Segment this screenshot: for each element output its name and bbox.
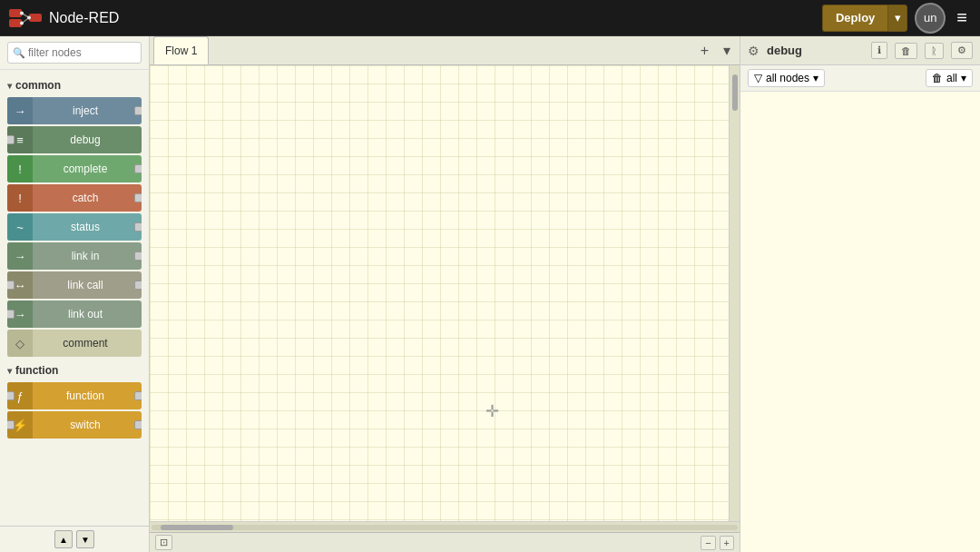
node-link-in[interactable]: → link in [7,242,142,270]
node-function-port-left [7,391,15,400]
node-debug[interactable]: ≡ debug [7,126,142,153]
category-common[interactable]: ▾ common [0,74,149,95]
canvas-footer-left: ⊡ [155,535,172,550]
tab-menu-button[interactable]: ▾ [718,40,736,61]
app-title: Node-RED [49,10,119,26]
node-catch-icon: ! [7,184,33,212]
zoom-in-button[interactable]: + [720,536,734,550]
node-status-icon: ~ [7,213,33,241]
node-function[interactable]: ƒ function [7,382,142,409]
chevron-down-icon: ▾ [7,81,12,91]
deploy-button[interactable]: Deploy [822,5,887,32]
panel-right-header: ⚙ debug ℹ 🗑 ᚱ ⚙ [740,36,980,65]
node-function-port-right [134,391,142,400]
deploy-dropdown-button[interactable]: ▾ [887,5,907,32]
center-area: Flow 1 + ▾ ✛ ⊡ − [150,36,740,552]
select-all-dropdown[interactable]: 🗑 all ▾ [926,69,973,87]
filter-nodes-container: 🔍 [0,36,149,70]
select-all-label: all [946,72,957,84]
node-status[interactable]: ~ status [7,213,142,241]
chevron-function-icon: ▾ [7,366,12,376]
node-linkcall-port-right [134,281,142,290]
svg-rect-2 [29,14,42,22]
node-complete-port-right [134,164,142,173]
sidebar-scroll-buttons: ▲ ▼ [54,530,94,548]
canvas-crosshair: ✛ [485,401,499,421]
node-complete-icon: ! [7,155,33,182]
h-scrollbar-track [152,525,738,530]
node-linkin-icon: → [7,242,33,270]
canvas-vertical-scrollbar[interactable] [729,65,740,521]
panel-title: debug [767,44,864,57]
filter-dropdown-icon: ▾ [813,72,818,84]
svg-point-6 [20,21,24,25]
node-catch[interactable]: ! catch [7,184,142,212]
node-link-out[interactable]: → link out [7,301,142,328]
category-common-label: common [15,79,61,92]
node-switch-label: switch [33,419,142,431]
svg-rect-1 [9,19,22,27]
panel-info-button[interactable]: ℹ [871,42,887,59]
node-comment[interactable]: ◇ comment [7,330,142,357]
node-switch-port-right [134,420,142,429]
node-catch-label: catch [33,192,142,204]
navbar-right: Deploy ▾ un ≡ [822,3,971,34]
hamburger-menu-button[interactable]: ≡ [953,4,971,32]
node-debug-label: debug [33,133,142,146]
deploy-wrap: Deploy ▾ [822,5,907,32]
svg-point-7 [27,15,31,19]
node-inject-icon: → [7,97,33,124]
svg-rect-0 [9,9,22,17]
node-link-call[interactable]: ↔ link call [7,271,142,299]
filter-icon: ▽ [754,72,762,84]
filter-nodes-input[interactable] [7,42,142,64]
panel-clear-button[interactable]: 🗑 [895,43,917,59]
search-icon: 🔍 [13,47,25,59]
panel-filter2-button[interactable]: ᚱ [925,43,944,59]
filter-nodes-dropdown[interactable]: ▽ all nodes ▾ [748,69,825,87]
panel-right-toolbar: ▽ all nodes ▾ 🗑 all ▾ [740,65,980,92]
scroll-up-button[interactable]: ▲ [54,530,73,548]
node-linkout-port-left [7,310,15,319]
node-linkcall-port-left [7,281,15,290]
node-inject-label: inject [33,104,142,117]
node-linkcall-label: link call [33,279,142,291]
h-scrollbar-thumb [161,525,233,530]
logo-icon [9,7,42,29]
panel-content [740,92,980,552]
node-function-label: function [33,389,142,402]
tabs-actions: + ▾ [695,40,736,61]
tab-flow1-label: Flow 1 [165,44,197,57]
select-dropdown-icon: ▾ [961,72,966,84]
tab-flow1[interactable]: Flow 1 [153,36,209,64]
user-avatar-button[interactable]: un [915,3,946,34]
canvas-area[interactable]: ✛ [150,65,740,521]
zoom-fit-button[interactable]: ⊡ [155,535,172,550]
node-catch-port-right [134,193,142,202]
zoom-out-button[interactable]: − [701,536,715,550]
node-status-label: status [33,221,142,233]
node-linkin-label: link in [33,250,142,262]
navbar: Node-RED Deploy ▾ un ≡ [0,0,980,36]
navbar-left: Node-RED [9,7,119,29]
node-linkout-label: link out [33,308,142,320]
panel-settings-button[interactable]: ⚙ [951,42,973,59]
svg-point-5 [20,11,24,15]
category-function[interactable]: ▾ function [0,359,149,380]
canvas-footer: ⊡ − + [150,532,740,552]
node-switch[interactable]: ⚡ switch [7,411,142,439]
sidebar-scroll-controls: ▲ ▼ [0,526,149,552]
debug-panel-icon: ⚙ [748,44,760,58]
category-function-label: function [15,364,58,377]
canvas-horizontal-scrollbar[interactable] [150,521,740,532]
nodes-list: ▾ common → inject ≡ debug ! complete [0,70,149,526]
scroll-down-button[interactable]: ▼ [76,530,94,548]
node-complete[interactable]: ! complete [7,155,142,182]
add-tab-button[interactable]: + [695,40,714,61]
main-layout: 🔍 ▾ common → inject ≡ debug [0,36,980,552]
node-switch-port-left [7,420,15,429]
panel-right: ⚙ debug ℹ 🗑 ᚱ ⚙ ▽ all nodes ▾ 🗑 all ▾ [740,36,980,552]
node-inject[interactable]: → inject [7,97,142,124]
tabs-bar: Flow 1 + ▾ [150,36,740,65]
node-comment-icon: ◇ [7,330,33,357]
